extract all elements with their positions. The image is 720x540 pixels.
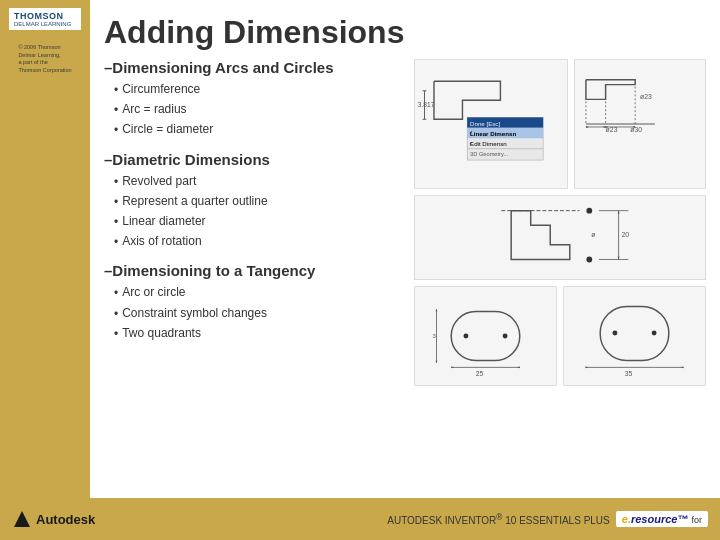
svg-text:Edit Dimensn: Edit Dimensn — [470, 140, 507, 147]
svg-marker-23 — [603, 126, 606, 128]
svg-marker-35 — [618, 257, 620, 260]
diagram-middle-row: ø 20 — [414, 195, 706, 280]
svg-text:ø23: ø23 — [640, 93, 652, 100]
svg-text:✓: ✓ — [469, 130, 473, 135]
autodesk-icon — [12, 509, 32, 529]
page-wrapper: THOMSON DELMAR LEARNING © 2006 ThomsonDe… — [0, 0, 720, 498]
svg-point-49 — [612, 331, 617, 336]
diagram-tangency-1: 25 3 — [414, 286, 557, 386]
list-item: Circumference — [114, 80, 404, 100]
svg-point-50 — [652, 331, 657, 336]
svg-text:ø: ø — [591, 231, 596, 238]
list-item: Represent a quarter outline — [114, 192, 404, 212]
svg-marker-46 — [436, 361, 438, 364]
svg-point-29 — [586, 257, 592, 263]
svg-text:3: 3 — [433, 333, 437, 339]
copyright-text: © 2006 ThomsonDelmar Learning,a part of … — [18, 44, 71, 75]
footer-right: AUTODESK INVENTOR® 10 ESSENTIALS PLUS e.… — [387, 511, 708, 527]
list-item: Linear diameter — [114, 212, 404, 232]
svg-marker-55 — [14, 511, 30, 527]
list-item: Arc = radius — [114, 100, 404, 120]
footer-left: Autodesk — [12, 509, 95, 529]
diagram-stepped: ø23 ø30 ø23 — [574, 59, 706, 189]
sidebar: THOMSON DELMAR LEARNING © 2006 ThomsonDe… — [0, 0, 90, 498]
list-item: Two quadrants — [114, 324, 404, 344]
eresource-badge: e.resource™ for — [616, 511, 708, 527]
svg-text:3.817: 3.817 — [418, 101, 435, 108]
svg-text:Linear Dimensn: Linear Dimensn — [470, 130, 516, 137]
diagram-tangency-2: 35 — [563, 286, 706, 386]
company-logo: THOMSON DELMAR LEARNING — [9, 8, 81, 30]
diagram-bottom-row: 25 3 — [414, 286, 706, 386]
sidebar-logo: THOMSON DELMAR LEARNING — [9, 8, 81, 32]
svg-marker-52 — [586, 366, 589, 368]
content-area: –Dimensioning Arcs and Circles Circumfer… — [104, 59, 706, 498]
svg-marker-41 — [451, 366, 454, 368]
main-content: Adding Dimensions –Dimensioning Arcs and… — [90, 0, 720, 498]
svg-text:✓: ✓ — [469, 141, 473, 146]
svg-marker-42 — [517, 366, 520, 368]
svg-point-28 — [586, 208, 592, 214]
division-name: DELMAR LEARNING — [14, 21, 76, 27]
svg-text:20: 20 — [622, 231, 630, 238]
list-item: Arc or circle — [114, 283, 404, 303]
svg-rect-37 — [451, 312, 520, 361]
autodesk-label: Autodesk — [36, 512, 95, 527]
svg-text:35: 35 — [625, 370, 633, 377]
diagram-arc: 3.817 Done [Esc] Linear Dimensn ✓ Edit D… — [414, 59, 568, 189]
section-heading-3: –Dimensioning to a Tangency — [104, 262, 404, 279]
svg-marker-34 — [618, 211, 620, 214]
svg-text:Done [Esc]: Done [Esc] — [470, 120, 500, 127]
section-heading-2: –Diametric Dimensions — [104, 151, 404, 168]
page-title: Adding Dimensions — [104, 14, 706, 51]
section-heading-1: –Dimensioning Arcs and Circles — [104, 59, 404, 76]
svg-text:3D Geometry...: 3D Geometry... — [470, 151, 509, 157]
bullet-list-1: Circumference Arc = radius Circle = diam… — [114, 80, 404, 141]
svg-rect-48 — [600, 307, 669, 361]
svg-point-38 — [463, 334, 468, 339]
svg-marker-53 — [681, 366, 684, 368]
text-column: –Dimensioning Arcs and Circles Circumfer… — [104, 59, 404, 498]
bullet-list-2: Revolved part Represent a quarter outlin… — [114, 172, 404, 253]
bullet-list-3: Arc or circle Constraint symbol changes … — [114, 283, 404, 344]
footer-description: AUTODESK INVENTOR® 10 ESSENTIALS PLUS — [387, 512, 610, 526]
diagram-axis: ø 20 — [414, 195, 706, 280]
diagram-top-row: 3.817 Done [Esc] Linear Dimensn ✓ Edit D… — [414, 59, 706, 189]
company-name: THOMSON — [14, 11, 76, 21]
svg-marker-22 — [586, 126, 589, 128]
svg-point-39 — [503, 334, 508, 339]
list-item: Circle = diameter — [114, 120, 404, 140]
list-item: Revolved part — [114, 172, 404, 192]
list-item: Constraint symbol changes — [114, 304, 404, 324]
svg-marker-45 — [436, 309, 438, 312]
svg-text:25: 25 — [476, 370, 484, 377]
list-item: Axis of rotation — [114, 232, 404, 252]
footer: Autodesk AUTODESK INVENTOR® 10 ESSENTIAL… — [0, 498, 720, 540]
diagram-column: 3.817 Done [Esc] Linear Dimensn ✓ Edit D… — [414, 59, 706, 498]
